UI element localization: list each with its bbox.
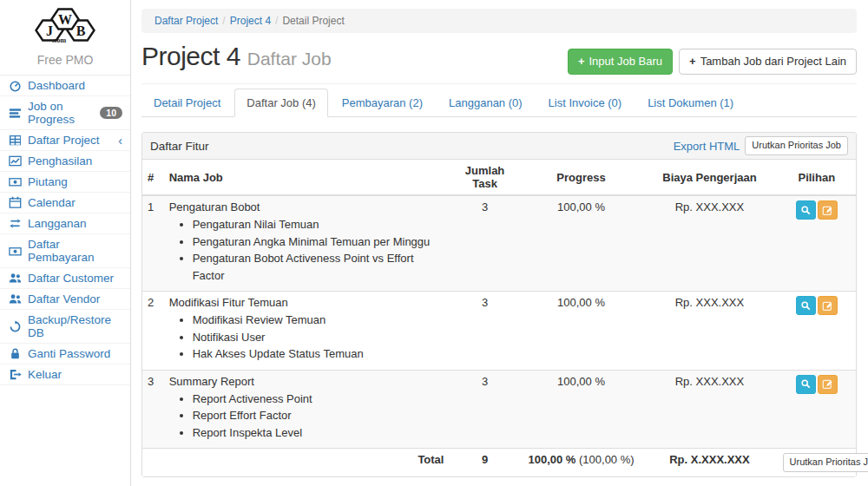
- sidebar-item-langganan[interactable]: Langganan: [0, 213, 130, 234]
- job-subtask: Report Effort Factor: [193, 407, 444, 424]
- export-html-link[interactable]: Export HTML: [674, 140, 740, 153]
- lock-icon: [8, 347, 22, 360]
- svg-text:B: B: [76, 23, 86, 38]
- sidebar-item-keluar[interactable]: Keluar: [0, 364, 130, 385]
- sidebar-item-calendar[interactable]: Calendar: [0, 193, 130, 213]
- panel-title: Daftar Fitur: [150, 140, 209, 153]
- view-button[interactable]: [796, 375, 816, 394]
- jwb-logo-icon: JWB.com: [26, 36, 104, 49]
- tab-detail-project[interactable]: Detail Project: [141, 89, 233, 117]
- breadcrumb: Daftar Project/Project 4/Detail Project: [141, 9, 857, 33]
- sidebar-item-daftar-pembayaran[interactable]: Daftar Pembayaran: [0, 234, 130, 268]
- page-title-text: Project 4: [141, 42, 240, 70]
- job-actions: [778, 195, 856, 292]
- tab-bar: Detail ProjectDaftar Job (4)Pembayaran (…: [141, 89, 857, 117]
- job-actions: [778, 370, 856, 449]
- users-icon: [8, 272, 22, 285]
- plus-icon: +: [578, 54, 585, 69]
- table-icon: [8, 134, 22, 147]
- sidebar-item-piutang[interactable]: Piutang: [0, 172, 130, 193]
- tambah-job-dari-project-lain-button[interactable]: + Tambah Job dari Project Lain: [679, 49, 857, 75]
- job-subtask: Pengaturan Nilai Temuan: [193, 216, 444, 233]
- money-icon: [8, 175, 22, 188]
- breadcrumb-item[interactable]: Project 4: [230, 15, 271, 27]
- edit-button[interactable]: [818, 296, 838, 315]
- tab-list-invoice-0[interactable]: List Invoice (0): [536, 89, 635, 117]
- job-number: 1: [142, 195, 164, 292]
- svg-text:.com: .com: [52, 36, 67, 44]
- edit-button[interactable]: [818, 200, 838, 220]
- refresh-icon: [8, 320, 22, 333]
- total-task-count: 9: [449, 449, 520, 476]
- job-cost: Rp. XXX.XXX: [641, 292, 777, 371]
- tab-langganan-0[interactable]: Langganan (0): [437, 89, 535, 117]
- table-header-row: #Nama JobJumlah TaskProgressBiaya Penger…: [142, 160, 856, 195]
- users-icon: [8, 292, 22, 305]
- page-subtitle: Daftar Job: [247, 49, 332, 69]
- job-subtask: Modifikasi Review Temuan: [193, 312, 444, 329]
- job-progress: 100,00 %: [521, 370, 642, 449]
- column-header: #: [142, 160, 164, 195]
- money-icon: [8, 245, 22, 258]
- dashboard-icon: [8, 79, 22, 92]
- job-cost: Rp. XXX.XXX: [641, 370, 777, 449]
- tab-list-dokumen-1[interactable]: List Dokumen (1): [635, 89, 746, 117]
- edit-button[interactable]: [818, 375, 838, 394]
- tab-daftar-job-4[interactable]: Daftar Job (4): [234, 89, 327, 117]
- sidebar-item-daftar-customer[interactable]: Daftar Customer: [0, 268, 130, 289]
- column-header: Pilihan: [778, 160, 856, 195]
- sidebar-item-daftar-project[interactable]: Daftar Project ‹: [0, 130, 130, 151]
- job-subtask-list: Report Activeness PointReport Effort Fac…: [169, 391, 444, 442]
- sidebar-item-daftar-vendor[interactable]: Daftar Vendor: [0, 289, 130, 310]
- job-subtask: Report Activeness Point: [193, 391, 444, 408]
- job-cost: Rp. XXX.XXX: [641, 195, 777, 292]
- app-logo: JWB.com: [0, 0, 130, 49]
- job-progress: 100,00 %: [521, 195, 642, 292]
- breadcrumb-item[interactable]: Daftar Project: [155, 15, 218, 27]
- job-name: Pengaturan Bobot: [169, 200, 444, 213]
- input-job-baru-button[interactable]: + Input Job Baru: [568, 49, 673, 75]
- column-header: Progress: [521, 160, 642, 195]
- total-row: Total 9 100,00 % (100,00 %) Rp. X.XXX.XX…: [142, 449, 856, 476]
- retweet-icon: [8, 217, 22, 230]
- chart-line-icon: [8, 154, 22, 167]
- column-header: Nama Job: [164, 160, 450, 195]
- job-progress: 100,00 %: [521, 292, 642, 371]
- header-buttons: + Input Job Baru + Tambah Job dari Proje…: [568, 49, 857, 75]
- calendar-icon: [8, 196, 22, 209]
- sidebar-item-dashboard[interactable]: Dashboard: [0, 76, 130, 96]
- job-subtask: Pengaturan Bobot Activeness Point vs Eff…: [193, 250, 444, 284]
- job-task-count: 3: [449, 292, 520, 371]
- panels-area: Daftar Fitur Export HTML Urutkan Priorit…: [141, 132, 857, 486]
- sidebar-item-penghasilan[interactable]: Penghasilan: [0, 151, 130, 172]
- tab-pembayaran-2[interactable]: Pembayaran (2): [330, 89, 435, 117]
- main-content: Daftar Project/Project 4/Detail Project …: [131, 0, 868, 486]
- page-header: Project 4 Daftar Job + Input Job Baru + …: [141, 36, 857, 84]
- tasks-icon: [8, 107, 22, 120]
- job-number: 2: [142, 292, 164, 371]
- svg-text:W: W: [58, 12, 72, 27]
- view-button[interactable]: [796, 296, 816, 315]
- breadcrumb-separator: /: [222, 15, 225, 27]
- job-number: 3: [142, 370, 164, 449]
- job-task-count: 3: [449, 195, 520, 292]
- column-header: Jumlah Task: [449, 160, 520, 195]
- sort-priority-button[interactable]: Urutkan Prioritas Job: [745, 136, 848, 155]
- panel-daftar-fitur: Daftar Fitur Export HTML Urutkan Priorit…: [141, 132, 857, 476]
- view-button[interactable]: [796, 200, 816, 220]
- total-label: Total: [164, 449, 450, 476]
- job-subtask: Pengaturan Angka Minimal Temuan per Ming…: [193, 233, 444, 251]
- sidebar-item-ganti-password[interactable]: Ganti Password: [0, 344, 130, 364]
- sidebar-item-job-on-progress[interactable]: Job on Progress 10: [0, 96, 130, 130]
- edit-icon: [822, 378, 833, 390]
- edit-icon: [822, 300, 833, 312]
- job-row: 2 Modifikasi Fitur Temuan Modifikasi Rev…: [142, 292, 856, 371]
- sort-priority-button[interactable]: Urutkan Prioritas Job: [783, 453, 868, 472]
- job-subtask: Hak Akses Update Status Temuan: [193, 345, 444, 363]
- breadcrumb-separator: /: [275, 15, 278, 27]
- chevron-left-icon: ‹: [118, 135, 122, 147]
- sidebar-item-backup-restore-db[interactable]: Backup/Restore DB: [0, 310, 130, 344]
- job-subtask-list: Pengaturan Nilai TemuanPengaturan Angka …: [169, 216, 444, 284]
- sidebar-menu: Dashboard Job on Progress 10 Daftar Proj…: [0, 75, 130, 385]
- sign-out-icon: [8, 368, 22, 381]
